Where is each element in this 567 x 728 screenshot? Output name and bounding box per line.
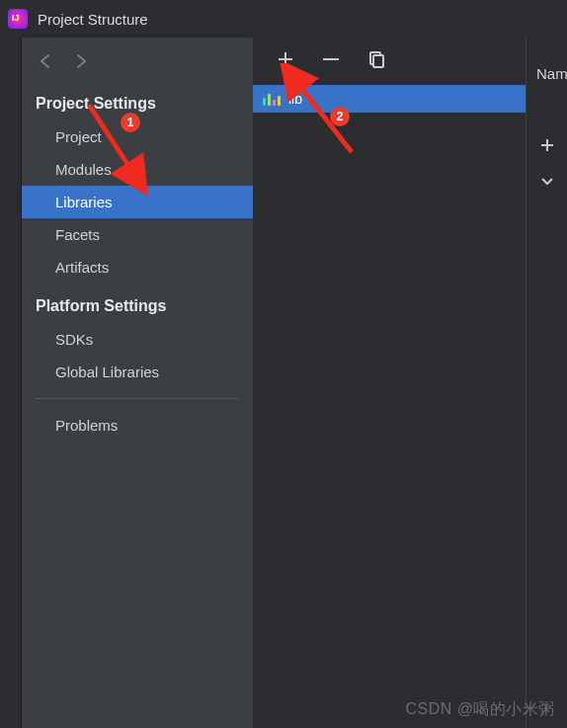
right-pane: Nam <box>526 38 567 728</box>
minus-icon <box>323 58 339 60</box>
sidebar-item-facets[interactable]: Facets <box>22 218 253 251</box>
copy-library-button[interactable] <box>365 48 387 70</box>
right-add-button[interactable] <box>536 134 558 156</box>
annotation-arrow-1 <box>79 99 158 198</box>
app-icon <box>8 9 28 29</box>
watermark: CSDN @喝的小米粥 <box>405 699 555 720</box>
titlebar: Project Structure <box>0 0 567 38</box>
left-gutter <box>0 38 22 728</box>
sidebar-item-artifacts[interactable]: Artifacts <box>22 251 253 283</box>
expand-button[interactable] <box>536 170 558 192</box>
annotation-badge-2: 2 <box>330 107 350 126</box>
sidebar-item-global-libraries[interactable]: Global Libraries <box>22 356 253 388</box>
svg-rect-1 <box>373 55 383 67</box>
sidebar-item-problems[interactable]: Problems <box>22 409 253 442</box>
annotation-arrow-2 <box>275 63 364 162</box>
back-button[interactable] <box>36 51 55 71</box>
sidebar-item-sdks[interactable]: SDKs <box>22 323 253 356</box>
platform-settings-header: Platform Settings <box>22 283 253 323</box>
annotation-badge-1: 1 <box>121 113 140 132</box>
divider <box>36 398 239 399</box>
forward-button[interactable] <box>71 51 91 71</box>
window-title: Project Structure <box>38 11 148 28</box>
name-label: Nam <box>536 65 567 82</box>
nav-arrows <box>22 38 253 81</box>
